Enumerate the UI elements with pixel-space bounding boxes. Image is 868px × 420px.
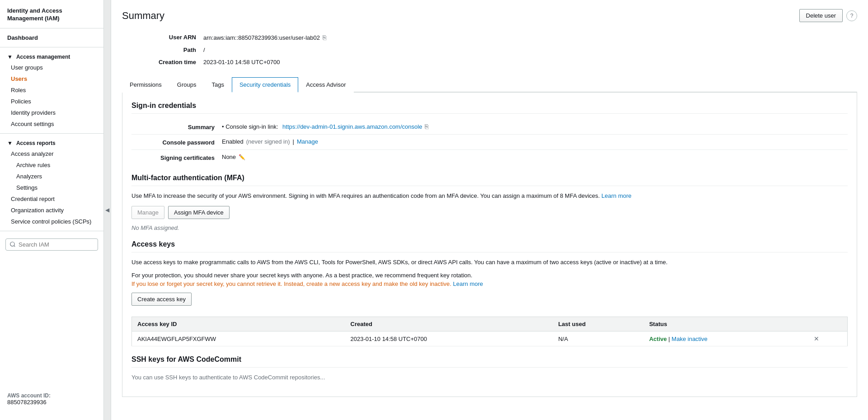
assign-mfa-button[interactable]: Assign MFA device	[168, 206, 230, 219]
help-button[interactable]: ?	[846, 10, 857, 21]
status-active-badge: Active	[649, 336, 667, 342]
sidebar-logo-text: Identity and AccessManagement (IAM)	[7, 7, 96, 23]
summary-row-creation: Creation time 2023-01-10 14:58 UTC+0700	[122, 56, 857, 68]
access-keys-table-head: Access key ID Created Last used Status	[132, 317, 848, 331]
sidebar-item-settings[interactable]: Settings	[0, 182, 103, 193]
cred-label-console-password: Console password	[131, 138, 222, 146]
copy-console-link-icon[interactable]: ⎘	[425, 123, 428, 130]
main-content: Summary Delete user ? User ARN arn:aws:i…	[111, 0, 868, 420]
ssh-keys-section: SSH keys for AWS CodeCommit You can use …	[131, 355, 848, 382]
manage-password-link[interactable]: Manage	[297, 138, 318, 145]
sign-in-heading: Sign-in credentials	[131, 102, 848, 114]
search-input[interactable]	[5, 238, 98, 251]
sidebar: Identity and AccessManagement (IAM) Dash…	[0, 0, 104, 420]
summary-value-arn: arn:aws:iam::885078239936:user/user-lab0…	[203, 34, 326, 41]
sidebar-item-organization-activity[interactable]: Organization activity	[0, 205, 103, 216]
tab-groups[interactable]: Groups	[169, 77, 204, 93]
console-signin-link[interactable]: https://dev-admin-01.signin.aws.amazon.c…	[282, 123, 422, 130]
sidebar-item-service-control-policies[interactable]: Service control policies (SCPs)	[0, 216, 103, 227]
header-actions: Delete user ?	[799, 9, 857, 22]
create-access-key-button[interactable]: Create access key	[131, 293, 192, 306]
sidebar-item-user-groups[interactable]: User groups	[0, 62, 103, 73]
protection-warning: If you lose or forget your secret key, y…	[131, 280, 848, 287]
ssh-keys-desc: You can use SSH keys to authenticate to …	[131, 373, 848, 382]
table-header-row: Access key ID Created Last used Status	[132, 317, 848, 331]
delete-user-button[interactable]: Delete user	[799, 9, 843, 22]
access-keys-heading: Access keys	[131, 240, 848, 252]
protection-note: For your protection, you should never sh…	[131, 272, 848, 279]
cred-value-signing-certs: None ✏️	[222, 154, 245, 160]
cred-label-summary: Summary	[131, 123, 222, 131]
access-keys-section: Access keys Use access keys to make prog…	[131, 240, 848, 347]
divider	[0, 47, 103, 47]
edit-signing-certs-icon[interactable]: ✏️	[239, 154, 245, 160]
mfa-learn-more-link[interactable]: Learn more	[601, 192, 631, 199]
divider3	[0, 231, 103, 231]
td-delete: ✕	[808, 331, 848, 346]
sidebar-item-credential-report[interactable]: Credential report	[0, 193, 103, 205]
sidebar-item-users[interactable]: Users	[0, 73, 103, 84]
access-keys-description: Use access keys to make programmatic cal…	[131, 258, 848, 267]
summary-label-arn: User ARN	[122, 34, 203, 41]
make-inactive-link[interactable]: Make inactive	[671, 336, 707, 342]
sidebar-item-archive-rules[interactable]: Archive rules	[0, 159, 103, 171]
td-status: Active | Make inactive	[644, 331, 808, 346]
sidebar-logo: Identity and AccessManagement (IAM)	[0, 0, 103, 28]
account-id-value: 885078239936	[7, 399, 96, 406]
page-header: Summary Delete user ?	[122, 9, 857, 22]
sidebar-item-access-analyzer[interactable]: Access analyzer	[0, 148, 103, 159]
content-wrapper: Summary Delete user ? User ARN arn:aws:i…	[111, 0, 868, 420]
sign-in-credentials-section: Sign-in credentials Summary • Console si…	[131, 102, 848, 165]
access-keys-table-body: AKIA44EWGFLAP5FXGFWW 2023-01-10 14:58 UT…	[132, 331, 848, 346]
th-status: Status	[644, 317, 808, 331]
sidebar-item-roles[interactable]: Roles	[0, 84, 103, 96]
never-signed-in-text: (never signed in)	[246, 138, 290, 145]
sidebar-section-access-management[interactable]: ▼ Access management	[0, 51, 103, 62]
td-key-id: AKIA44EWGFLAP5FXGFWW	[132, 331, 345, 346]
sidebar-item-analyzers[interactable]: Analyzers	[0, 171, 103, 182]
sidebar-item-identity-providers[interactable]: Identity providers	[0, 107, 103, 118]
access-keys-learn-more-link[interactable]: Learn more	[453, 280, 483, 287]
sidebar-section-access-reports[interactable]: ▼ Access reports	[0, 137, 103, 148]
tab-access-advisor[interactable]: Access Advisor	[298, 77, 353, 93]
cred-row-summary: Summary • Console sign-in link: https://…	[131, 119, 848, 135]
copy-arn-icon[interactable]: ⎘	[323, 34, 326, 41]
tab-tags[interactable]: Tags	[204, 77, 231, 93]
collapse-arrow-icon: ▼	[7, 54, 13, 60]
access-keys-table: Access key ID Created Last used Status A…	[131, 317, 848, 346]
th-last-used: Last used	[553, 317, 643, 331]
sidebar-collapse-handle[interactable]: ◀	[104, 0, 111, 420]
summary-label-creation: Creation time	[122, 59, 203, 65]
mfa-heading: Multi-factor authentication (MFA)	[131, 174, 848, 186]
sidebar-account: AWS account ID: 885078239936	[0, 387, 103, 411]
delete-key-icon[interactable]: ✕	[814, 335, 819, 342]
sidebar-item-account-settings[interactable]: Account settings	[0, 118, 103, 130]
mfa-description: Use MFA to increase the security of your…	[131, 191, 848, 201]
summary-table: User ARN arn:aws:iam::885078239936:user/…	[122, 31, 857, 68]
mfa-section: Multi-factor authentication (MFA) Use MF…	[131, 174, 848, 231]
account-id-label: AWS account ID:	[7, 392, 96, 399]
cred-value-console-password: Enabled (never signed in) | Manage	[222, 138, 318, 145]
sidebar-item-dashboard[interactable]: Dashboard	[0, 32, 103, 43]
summary-row-path: Path /	[122, 44, 857, 56]
cred-row-console-password: Console password Enabled (never signed i…	[131, 135, 848, 150]
chevron-left-icon: ◀	[105, 207, 109, 213]
cred-value-summary: • Console sign-in link: https://dev-admi…	[222, 123, 428, 130]
th-actions	[808, 317, 848, 331]
search-wrap	[0, 235, 103, 254]
th-access-key-id: Access key ID	[132, 317, 345, 331]
summary-value-path: /	[203, 47, 205, 53]
summary-value-creation: 2023-01-10 14:58 UTC+0700	[203, 59, 280, 65]
tab-security-credentials[interactable]: Security credentials	[232, 77, 298, 93]
table-row: AKIA44EWGFLAP5FXGFWW 2023-01-10 14:58 UT…	[132, 331, 848, 346]
tab-panel-security-credentials: Sign-in credentials Summary • Console si…	[122, 93, 857, 397]
sidebar-item-policies[interactable]: Policies	[0, 96, 103, 107]
summary-row-arn: User ARN arn:aws:iam::885078239936:user/…	[122, 31, 857, 44]
tabs: Permissions Groups Tags Security credent…	[122, 77, 857, 93]
td-last-used: N/A	[553, 331, 643, 346]
manage-mfa-button[interactable]: Manage	[131, 206, 164, 219]
collapse-arrow2-icon: ▼	[7, 140, 13, 146]
cred-label-signing-certs: Signing certificates	[131, 154, 222, 161]
cred-row-signing-certs: Signing certificates None ✏️	[131, 150, 848, 165]
tab-permissions[interactable]: Permissions	[122, 77, 169, 93]
